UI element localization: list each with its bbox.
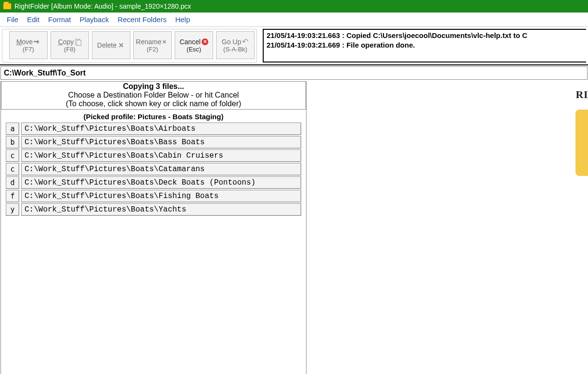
dest-heading-line3: (To choose, click shown key or click nam… [1, 100, 306, 108]
cancel-button[interactable]: Cancel (Esc) [175, 31, 213, 59]
destination-path[interactable]: C:\Work_Stuff\Pictures\Boats\Fishing Boa… [21, 190, 301, 202]
copy-shortcut: (F8) [64, 46, 76, 53]
destination-row: cC:\Work_Stuff\Pictures\Boats\Catamarans [6, 163, 301, 175]
copy-accel: C [58, 38, 63, 46]
destination-key[interactable]: a [6, 123, 19, 135]
menu-bar: File Edit Format Playback Recent Folders… [0, 12, 588, 27]
dest-heading-line2: Choose a Destination Folder Below - or h… [1, 91, 306, 100]
menu-recent[interactable]: Recent Folders [114, 14, 170, 25]
destination-heading: Copying 3 files... Choose a Destination … [1, 82, 306, 110]
rename-button[interactable]: Rename (F2) [133, 31, 172, 59]
toolbar: Move (F7) Copy (F8) Delete Rename (F2) [2, 29, 257, 62]
menu-format[interactable]: Format [44, 14, 75, 25]
delete-icon [118, 42, 125, 49]
go-up-shortcut: (S-A-Bk) [223, 46, 247, 53]
menu-playback[interactable]: Playback [76, 14, 113, 25]
cancel-shortcut: (Esc) [187, 46, 201, 53]
cancel-label: Cancel [179, 38, 201, 46]
destination-row: fC:\Work_Stuff\Pictures\Boats\Fishing Bo… [6, 190, 301, 202]
destination-path[interactable]: C:\Work_Stuff\Pictures\Boats\Airboats [21, 123, 301, 135]
preview-pane: RI [307, 81, 588, 374]
preview-empty [327, 235, 588, 374]
destination-row: yC:\Work_Stuff\Pictures\Boats\Yachts [6, 203, 301, 216]
log-line: 21/05/14-19:03:21.663 : Copied C:\Users\… [267, 31, 583, 40]
dest-profile: (Picked profile: Pictures - Boats Stagin… [1, 110, 306, 123]
destination-key[interactable]: f [6, 190, 19, 202]
title-bar: RightFolder [Album Mode: Audio] - sample… [0, 0, 588, 12]
folder-graphic [575, 110, 588, 176]
app-icon [3, 3, 12, 10]
menu-help[interactable]: Help [171, 14, 194, 25]
move-button[interactable]: Move (F7) [9, 31, 48, 59]
destination-path[interactable]: C:\Work_Stuff\Pictures\Boats\Bass Boats [21, 136, 301, 149]
rename-icon [162, 38, 169, 45]
copy-button[interactable]: Copy (F8) [51, 31, 89, 59]
destination-row: aC:\Work_Stuff\Pictures\Boats\Airboats [6, 123, 301, 135]
destination-path[interactable]: C:\Work_Stuff\Pictures\Boats\Catamarans [21, 163, 301, 175]
preview-cut-text: RI [576, 88, 588, 101]
destination-path[interactable]: C:\Work_Stuff\Pictures\Boats\Yachts [21, 203, 301, 216]
destination-list: aC:\Work_Stuff\Pictures\Boats\AirboatsbC… [1, 123, 306, 216]
rename-label: Rename [136, 38, 162, 46]
destination-key[interactable]: b [6, 136, 19, 149]
cancel-icon [202, 38, 208, 45]
go-up-button[interactable]: Go Up (S-A-Bk) [216, 31, 255, 59]
destination-row: cC:\Work_Stuff\Pictures\Boats\Cabin Crui… [6, 150, 301, 162]
log-pane: 21/05/14-19:03:21.663 : Copied C:\Users\… [263, 29, 586, 62]
toolbar-area: Move (F7) Copy (F8) Delete Rename (F2) [0, 27, 588, 65]
copy-icon [75, 38, 81, 45]
destination-key[interactable]: c [6, 150, 19, 162]
destination-panel: Copying 3 files... Choose a Destination … [0, 81, 307, 374]
destination-row: dC:\Work_Stuff\Pictures\Boats\Deck Boats… [6, 176, 301, 189]
menu-file[interactable]: File [3, 14, 22, 25]
go-up-label: Go Up [222, 38, 241, 46]
destination-row: bC:\Work_Stuff\Pictures\Boats\Bass Boats [6, 136, 301, 149]
menu-edit[interactable]: Edit [23, 14, 43, 25]
move-icon [34, 38, 40, 45]
destination-key[interactable]: y [6, 203, 19, 216]
log-line: 21/05/14-19:03:21.669 : File operation d… [267, 40, 583, 50]
destination-key[interactable]: d [6, 176, 19, 189]
dest-heading-bold: Copying 3 files... [1, 82, 306, 91]
delete-button[interactable]: Delete [92, 31, 130, 59]
destination-path[interactable]: C:\Work_Stuff\Pictures\Boats\Deck Boats … [21, 176, 301, 189]
destination-path[interactable]: C:\Work_Stuff\Pictures\Boats\Cabin Cruis… [21, 150, 301, 162]
go-up-icon [242, 38, 249, 45]
preview-backdrop: RI [315, 83, 588, 232]
move-accel: M [16, 38, 22, 46]
destination-key[interactable]: c [6, 163, 19, 175]
main-split: Copying 3 files... Choose a Destination … [0, 81, 588, 374]
window-title: RightFolder [Album Mode: Audio] - sample… [14, 2, 191, 10]
current-path: C:\Work_Stuff\To_Sort [0, 66, 588, 80]
delete-label: Delete [97, 41, 116, 49]
rename-shortcut: (F2) [147, 46, 158, 53]
move-shortcut: (F7) [23, 46, 34, 53]
